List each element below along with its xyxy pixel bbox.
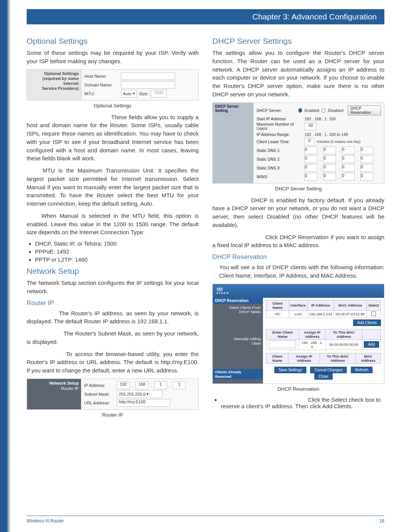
- table-already-reserved: Client Name Assign IP Address To This MA…: [266, 353, 381, 364]
- radio-enabled[interactable]: [298, 108, 303, 113]
- input-ip-o3[interactable]: 1: [154, 382, 167, 389]
- figure-dhcp-reservation: ı|ıı|ıı cisco DHCP Reservation Select Cl…: [212, 284, 384, 392]
- cisco-logo-icon: ı|ıı|ıı cisco: [217, 287, 229, 295]
- label-dns3: Static DNS 3:: [256, 166, 302, 170]
- page-footer: Wireless-N Router 16: [27, 516, 384, 524]
- table-dhcp-clients: Client Name Interface IP Address MAC Add…: [266, 300, 381, 318]
- label-ip-address: IP Address:: [84, 383, 115, 388]
- input-url[interactable]: http://my.E100: [117, 399, 170, 407]
- add-button[interactable]: Add: [364, 341, 379, 348]
- lead-dhcp-reservation: DHCP Reservation: [212, 234, 263, 240]
- figure-dhcp-server-setting: DHCP Server Setting DHCP Server: Enabled…: [212, 102, 384, 192]
- caption-router-ip: Router IP: [27, 412, 199, 418]
- label-dhcp-server: DHCP Server:: [256, 108, 296, 113]
- input-ip-o4[interactable]: 1: [173, 382, 186, 389]
- add-clients-button[interactable]: Add Clients: [353, 320, 381, 326]
- radio-disabled[interactable]: [322, 108, 326, 113]
- close-button[interactable]: Close: [314, 373, 333, 380]
- caption-optional-settings: Optional Settings: [27, 103, 199, 109]
- input-domain-name[interactable]: [121, 81, 175, 89]
- input-size[interactable]: 1500: [151, 90, 167, 97]
- chapter-header: Chapter 3: Advanced Configuration: [27, 9, 384, 24]
- res-manual-label: Manually Adding Client: [215, 337, 261, 345]
- input-lease[interactable]: 0: [304, 138, 314, 145]
- figure-routerip-title: Network Setup: [29, 380, 79, 386]
- figure-optional-label: Optional Settings (required by some Inte…: [27, 70, 81, 100]
- list-item: PPPoE: 1492: [35, 248, 199, 255]
- heading-network-setup: Network Setup: [27, 267, 199, 276]
- res-title: DHCP Reservation: [213, 298, 263, 304]
- cancel-changes-button[interactable]: Cancel Changes: [310, 367, 347, 373]
- list-select-clients: Select Clients from DHCP Table Click the…: [221, 396, 384, 409]
- res-already-label: Clients Already Reserved: [213, 369, 263, 379]
- para-network-setup: The Network Setup section configures the…: [27, 279, 199, 296]
- label-size: Size:: [139, 91, 148, 96]
- chapter-title: Chapter 3: Advanced Configuration: [252, 12, 377, 21]
- label-start-ip: Start IP Address:: [256, 117, 302, 121]
- figure-router-ip: Network Setup Router IP IP Address: 192.…: [27, 379, 199, 418]
- figure-dhcp-label: DHCP Server Setting: [213, 103, 253, 183]
- para-dhcp-res-list: You will see a list of DHCP clients with…: [219, 263, 384, 280]
- label-max-users: Maximum Number of Users:: [256, 122, 302, 131]
- label-subnet: Subnet Mask:: [84, 392, 115, 396]
- footer-product: Wireless-N Router: [27, 518, 64, 524]
- button-row: Save Settings Cancel Changes Refresh Clo…: [266, 367, 381, 380]
- side-band: [0, 0, 11, 532]
- label-disabled: Disabled: [328, 108, 343, 113]
- list-default-sizes: DHCP, Static IP, or Telstra: 1500 PPPoE:…: [35, 240, 199, 263]
- heading-dhcp-server-settings: DHCP Server Settings: [212, 37, 384, 46]
- para-mtu: MTU MTU is the Maximum Transmission Unit…: [27, 166, 199, 208]
- input-ip-o1[interactable]: 192: [117, 382, 130, 389]
- heading-router-ip: Router IP: [27, 299, 199, 307]
- checkbox-select[interactable]: [371, 312, 376, 316]
- input-client-name[interactable]: [269, 340, 296, 348]
- para-dhcp-server: DHCP Server DHCP is enabled by factory d…: [212, 196, 384, 229]
- table-row: 192 . 168 . 1. 0 00:00:00:00:00:00 Add: [266, 339, 381, 350]
- select-mtu-mode[interactable]: Auto ▾: [121, 90, 137, 97]
- lead-ip-address: IP Address: [27, 310, 57, 316]
- lead-url: URL Address: [27, 351, 64, 357]
- para-size: Size When Manual is selected in the MTU …: [27, 212, 199, 236]
- figure-optional-settings: Optional Settings (required by some Inte…: [27, 69, 199, 109]
- content-columns: Optional Settings Some of these settings…: [27, 35, 384, 513]
- para-dhcp-intro: The settings allow you to configure the …: [212, 49, 384, 99]
- lead-dhcp-server: DHCP Server: [212, 197, 249, 203]
- caption-dhcp-reservation: DHCP Reservation: [212, 386, 384, 392]
- lead-mtu: MTU: [27, 167, 39, 174]
- refresh-button[interactable]: Refresh: [351, 367, 373, 373]
- label-lease-note: minutes (0 means one day): [317, 139, 360, 144]
- para-dhcp-reservation: DHCP Reservation Click DHCP Reservation …: [212, 233, 384, 250]
- input-ip-o2[interactable]: 168: [135, 382, 148, 389]
- label-ip-range: IP Address Range:: [256, 132, 302, 137]
- label-lease: Client Lease Time:: [256, 139, 302, 144]
- res-select-label: Select Clients From DHCP Tables: [215, 305, 261, 314]
- dhcp-reservation-button[interactable]: DHCP Reservation: [348, 105, 381, 115]
- para-url: URL Address To access the browser-based …: [27, 350, 199, 375]
- label-mtu: MTU:: [84, 91, 119, 96]
- label-wins: WINS:: [256, 174, 302, 179]
- lead-subnet: Subnet Mask: [27, 330, 62, 337]
- footer-page-number: 16: [379, 518, 384, 524]
- caption-dhcp-server-setting: DHCP Server Setting: [212, 186, 384, 192]
- input-max-users[interactable]: 50: [304, 123, 317, 130]
- lead-host-domain: Host Name and Domain Name: [27, 114, 109, 120]
- select-subnet[interactable]: 255.255.255.0 ▾: [117, 390, 162, 398]
- para-subnet: Subnet Mask The Router's Subnet Mask, as…: [27, 329, 199, 346]
- label-url: URL Address:: [84, 401, 115, 405]
- list-item: PPTP or L2TP: 1460: [35, 256, 199, 263]
- label-domain-name: Domain Name:: [84, 83, 119, 87]
- input-dns[interactable]: 0: [304, 147, 317, 154]
- figure-routerip-sub: Router IP: [29, 386, 79, 391]
- heading-dhcp-reservation: DHCP Reservation: [212, 253, 384, 261]
- value-start-ip: 192 . 168 . 1. 100: [304, 117, 336, 121]
- label-dns1: Static DNS 1:: [256, 148, 302, 153]
- label-enabled: Enabled: [304, 108, 319, 113]
- input-host-name[interactable]: [121, 72, 175, 80]
- para-host-domain: Host Name and Domain Name These fields a…: [27, 113, 199, 163]
- lead-select-clients: Select Clients from DHCP Table: [221, 396, 306, 403]
- label-dns2: Static DNS 2:: [256, 157, 302, 161]
- list-item: DHCP, Static IP, or Telstra: 1500: [35, 240, 199, 247]
- lead-size: Size: [27, 212, 38, 219]
- save-settings-button[interactable]: Save Settings: [274, 367, 306, 373]
- text-optional-intro: Some of these settings may be required b…: [27, 49, 199, 66]
